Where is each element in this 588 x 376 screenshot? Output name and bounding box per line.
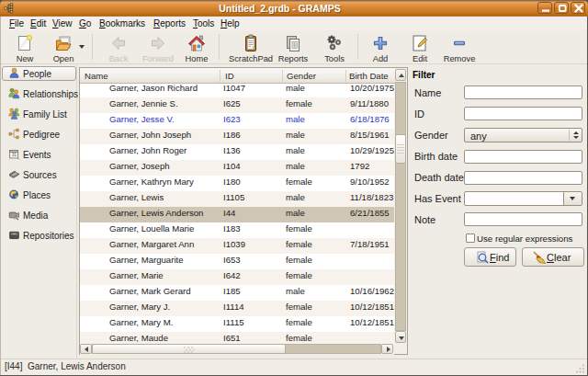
- svg-text:31: 31: [12, 153, 17, 157]
